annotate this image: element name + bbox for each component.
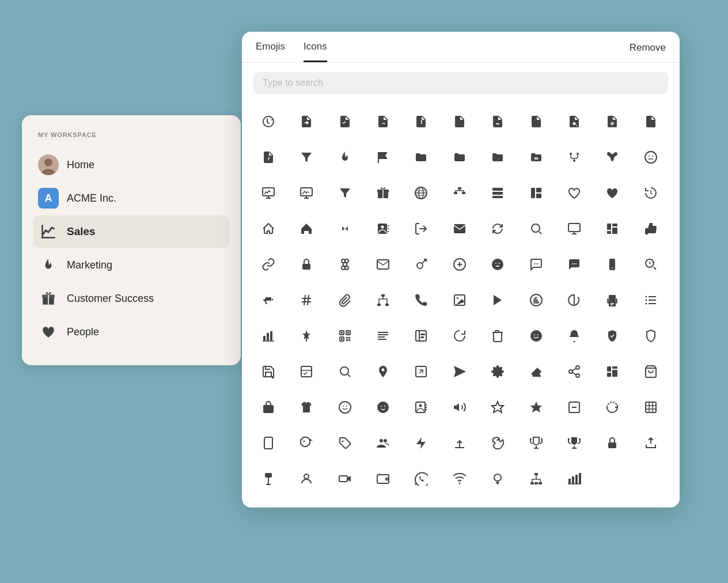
icon-minus-square[interactable]	[557, 390, 592, 425]
icon-users-group[interactable]	[366, 426, 400, 460]
icon-settings[interactable]	[480, 354, 515, 389]
icon-table-grid[interactable]	[634, 390, 668, 425]
icon-lock2[interactable]	[595, 426, 630, 460]
icon-home-filled[interactable]	[289, 211, 324, 246]
icon-trophy-outline[interactable]	[519, 426, 553, 460]
icon-eraser[interactable]	[519, 354, 553, 389]
icon-user-contacts[interactable]	[404, 390, 438, 425]
icon-wallet[interactable]	[366, 461, 400, 496]
icon-layout-columns[interactable]	[519, 176, 553, 210]
sidebar-item-customer-success[interactable]: Customer Success	[33, 282, 229, 315]
icon-hourglass[interactable]	[328, 211, 362, 246]
icon-bar-chart2[interactable]	[557, 461, 592, 496]
icon-home-outline[interactable]	[251, 211, 286, 246]
icon-wrench[interactable]	[480, 426, 515, 460]
icon-printer[interactable]	[595, 283, 630, 317]
icon-share[interactable]	[557, 354, 592, 389]
icon-rotate[interactable]	[442, 319, 477, 353]
tab-icons[interactable]: Icons	[304, 41, 327, 62]
icon-expand[interactable]	[404, 354, 438, 389]
icon-currency-pound[interactable]	[519, 283, 553, 317]
icon-file-lines[interactable]	[634, 104, 668, 139]
icon-emoji-sad[interactable]	[634, 140, 668, 175]
sidebar-item-sales[interactable]: Sales	[33, 215, 229, 248]
icon-monitor-graph[interactable]	[289, 176, 324, 210]
icon-power[interactable]	[557, 283, 592, 317]
icon-tag[interactable]	[289, 426, 324, 460]
icon-file-dark[interactable]	[442, 104, 477, 139]
icon-wifi[interactable]	[442, 461, 477, 496]
icon-refresh2[interactable]	[595, 390, 630, 425]
icon-checklist[interactable]	[289, 354, 324, 389]
icon-file-x[interactable]	[366, 104, 400, 139]
icon-layout-grid[interactable]	[595, 211, 630, 246]
icon-file-add[interactable]	[289, 104, 324, 139]
icon-refresh[interactable]	[480, 211, 515, 246]
icon-pin[interactable]	[289, 319, 324, 353]
icon-folder[interactable]	[442, 140, 477, 175]
icon-image[interactable]	[442, 283, 477, 317]
icon-heart-filled[interactable]	[595, 176, 630, 210]
icon-monitor-chart[interactable]	[251, 176, 286, 210]
icon-paperclip[interactable]	[328, 283, 362, 317]
icon-cart[interactable]	[634, 354, 668, 389]
icon-megaphone[interactable]	[251, 283, 286, 317]
icon-link[interactable]	[251, 247, 286, 282]
icon-lightning[interactable]	[404, 426, 438, 460]
icon-contacts[interactable]	[366, 211, 400, 246]
icon-tag2[interactable]	[328, 426, 362, 460]
search-input[interactable]	[253, 72, 668, 94]
icon-export[interactable]	[634, 426, 668, 460]
sidebar-item-marketing[interactable]: Marketing	[33, 249, 229, 281]
icon-location-pin[interactable]	[366, 354, 400, 389]
icon-flag[interactable]	[366, 140, 400, 175]
icon-fire2[interactable]	[328, 140, 362, 175]
icon-search2[interactable]	[328, 354, 362, 389]
icon-shield-check[interactable]	[595, 319, 630, 353]
icon-folder-add[interactable]	[404, 140, 438, 175]
icon-file-shield[interactable]	[519, 104, 553, 139]
icon-lock[interactable]	[289, 247, 324, 282]
icon-volume[interactable]	[442, 390, 477, 425]
icon-org-chart2[interactable]	[519, 461, 553, 496]
icon-funnel[interactable]	[289, 140, 324, 175]
sidebar-item-acme[interactable]: A ACME Inc.	[33, 182, 229, 214]
icon-heart-outline[interactable]	[557, 176, 592, 210]
icon-clock-arrow[interactable]	[251, 104, 286, 139]
icon-gender-male[interactable]	[404, 247, 438, 282]
icon-command[interactable]	[328, 247, 362, 282]
icon-trash[interactable]	[480, 319, 515, 353]
icon-bag[interactable]	[251, 390, 286, 425]
icon-tshirt[interactable]	[289, 390, 324, 425]
icon-paint-brush[interactable]	[595, 140, 630, 175]
icon-org-chart[interactable]	[442, 176, 477, 210]
icon-list-bulleted[interactable]	[634, 283, 668, 317]
icon-image-file[interactable]	[480, 104, 515, 139]
icon-plus-circle[interactable]	[442, 247, 477, 282]
icon-sign-out[interactable]	[404, 211, 438, 246]
icon-file-search[interactable]	[557, 104, 592, 139]
icon-floppy[interactable]	[251, 354, 286, 389]
icon-thumbs-up[interactable]	[634, 211, 668, 246]
icon-emoji-smile[interactable]	[328, 390, 362, 425]
icon-file-alert[interactable]	[404, 104, 438, 139]
icon-git-fork[interactable]	[557, 140, 592, 175]
icon-phone[interactable]	[404, 283, 438, 317]
icon-upload-arrow[interactable]	[442, 426, 477, 460]
icon-play[interactable]	[480, 283, 515, 317]
icon-monitor[interactable]	[557, 211, 592, 246]
sidebar-item-home[interactable]: Home	[33, 149, 229, 181]
remove-button[interactable]: Remove	[630, 42, 666, 62]
icon-gift2[interactable]	[366, 176, 400, 210]
icon-bar-chart[interactable]	[251, 319, 286, 353]
icon-folder-open[interactable]	[480, 140, 515, 175]
icon-whatsapp[interactable]	[404, 461, 438, 496]
icon-funnel2[interactable]	[328, 176, 362, 210]
icon-qr-code[interactable]	[328, 319, 362, 353]
icon-star-filled[interactable]	[519, 390, 553, 425]
icon-text-align[interactable]	[366, 319, 400, 353]
icon-globe[interactable]	[404, 176, 438, 210]
icon-hashtag[interactable]	[289, 283, 324, 317]
icon-user[interactable]	[289, 461, 324, 496]
icon-notification[interactable]	[557, 319, 592, 353]
